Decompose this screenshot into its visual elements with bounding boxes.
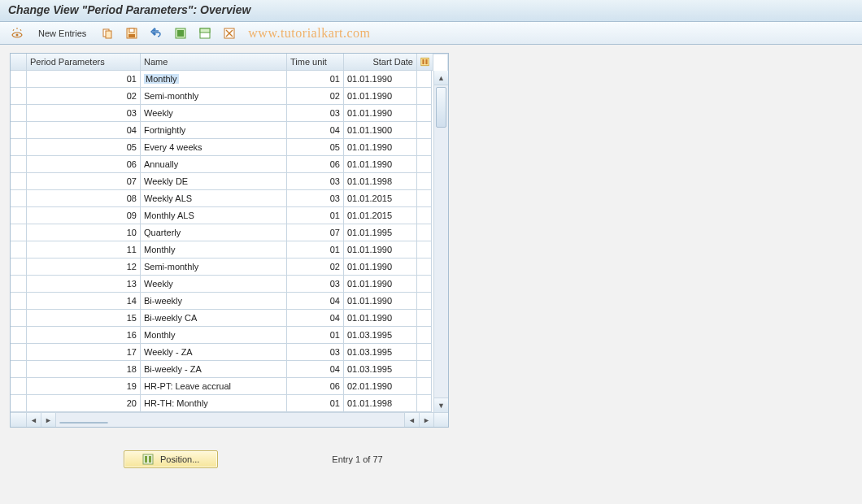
cell-param[interactable]: 10 <box>27 224 141 241</box>
cell-time-unit[interactable]: 04 <box>287 361 344 378</box>
cell-time-unit[interactable]: 03 <box>287 173 344 190</box>
cell-time-unit[interactable]: 01 <box>287 327 344 344</box>
cell-start-date[interactable]: 01.01.1990 <box>344 88 417 105</box>
cell-param[interactable]: 13 <box>27 276 141 293</box>
cell-start-date[interactable]: 01.01.1990 <box>344 71 417 88</box>
cell-start-date[interactable]: 01.01.1990 <box>344 241 417 259</box>
cell-param[interactable]: 11 <box>27 241 141 259</box>
cell-time-unit[interactable]: 06 <box>287 156 344 173</box>
row-selector[interactable] <box>11 105 27 122</box>
cell-param[interactable]: 20 <box>27 395 141 412</box>
cell-time-unit[interactable]: 01 <box>287 395 344 412</box>
cell-start-date[interactable]: 01.01.1990 <box>344 156 417 173</box>
cell-start-date[interactable]: 01.01.1998 <box>344 173 417 190</box>
row-selector[interactable] <box>11 327 27 344</box>
table-row[interactable]: 03Weekly0301.01.1990 <box>11 105 448 122</box>
table-row[interactable]: 17Weekly - ZA0301.03.1995 <box>11 344 448 361</box>
cell-time-unit[interactable]: 02 <box>287 259 344 276</box>
cell-start-date[interactable]: 01.03.1995 <box>344 361 417 378</box>
cell-time-unit[interactable]: 07 <box>287 224 344 241</box>
cell-start-date[interactable]: 01.01.1990 <box>344 139 417 156</box>
cell-param[interactable]: 17 <box>27 344 141 361</box>
cell-time-unit[interactable]: 05 <box>287 139 344 156</box>
cell-name[interactable]: Fortnightly <box>141 122 287 139</box>
horizontal-scrollbar[interactable]: ◄ ► ◄ ► <box>11 412 448 427</box>
cell-name[interactable]: Weekly <box>141 276 287 293</box>
scroll-left-icon[interactable]: ◄ <box>27 413 41 427</box>
row-selector[interactable] <box>11 88 27 105</box>
hscroll-thumb[interactable] <box>59 422 108 424</box>
new-entries-button[interactable]: New Entries <box>31 25 94 41</box>
table-row[interactable]: 13Weekly0301.01.1990 <box>11 276 448 293</box>
cell-time-unit[interactable]: 03 <box>287 190 344 207</box>
col-period-parameters[interactable]: Period Parameters <box>27 54 141 71</box>
cell-time-unit[interactable]: 03 <box>287 276 344 293</box>
col-start-date[interactable]: Start Date <box>344 54 417 71</box>
table-row[interactable]: 02Semi-monthly0201.01.1990 <box>11 88 448 105</box>
cell-start-date[interactable]: 01.03.1995 <box>344 344 417 361</box>
cell-start-date[interactable]: 02.01.1990 <box>344 378 417 395</box>
table-row[interactable]: 15Bi-weekly CA0401.01.1990 <box>11 310 448 327</box>
table-config-icon[interactable] <box>417 54 433 71</box>
cell-name[interactable]: Bi-weekly CA <box>141 310 287 327</box>
row-selector[interactable] <box>11 259 27 276</box>
cell-param[interactable]: 01 <box>27 71 141 88</box>
cell-time-unit[interactable]: 04 <box>287 293 344 310</box>
cell-param[interactable]: 19 <box>27 378 141 395</box>
cell-name[interactable]: Monthly <box>141 327 287 344</box>
cell-start-date[interactable]: 01.01.1990 <box>344 276 417 293</box>
cell-name[interactable]: Every 4 weeks <box>141 139 287 156</box>
select-block-icon[interactable] <box>194 25 216 41</box>
cell-start-date[interactable]: 01.01.2015 <box>344 207 417 224</box>
cell-name[interactable]: Semi-monthly <box>141 259 287 276</box>
table-row[interactable]: 11Monthly0101.01.1990 <box>11 241 448 259</box>
row-selector[interactable] <box>11 122 27 139</box>
row-selector[interactable] <box>11 293 27 310</box>
row-selector[interactable] <box>11 224 27 241</box>
cell-name[interactable]: HR-PT: Leave accrual <box>141 378 287 395</box>
table-row[interactable]: 16Monthly0101.03.1995 <box>11 327 448 344</box>
scroll-up-icon[interactable]: ▲ <box>434 71 448 85</box>
cell-time-unit[interactable]: 06 <box>287 378 344 395</box>
table-row[interactable]: 18Bi-weekly - ZA0401.03.1995 <box>11 361 448 378</box>
table-row[interactable]: 12Semi-monthly0201.01.1990 <box>11 259 448 276</box>
table-row[interactable]: 05Every 4 weeks0501.01.1990 <box>11 139 448 156</box>
cell-name[interactable]: Bi-weekly - ZA <box>141 361 287 378</box>
cell-param[interactable]: 08 <box>27 190 141 207</box>
table-row[interactable]: 14Bi-weekly0401.01.1990 <box>11 293 448 310</box>
save-icon[interactable] <box>121 25 142 41</box>
row-selector[interactable] <box>11 361 27 378</box>
cell-param[interactable]: 18 <box>27 361 141 378</box>
row-selector[interactable] <box>11 207 27 224</box>
cell-name[interactable]: Quarterly <box>141 224 287 241</box>
cell-start-date[interactable]: 01.01.1990 <box>344 310 417 327</box>
cell-name[interactable]: Monthly <box>141 241 287 259</box>
vertical-scrollbar[interactable]: ▲ ▼ <box>433 71 448 412</box>
scroll-down-icon[interactable]: ▼ <box>434 398 448 412</box>
cell-name[interactable]: Monthly ALS <box>141 207 287 224</box>
undo-icon[interactable] <box>146 25 167 41</box>
cell-name[interactable]: Annually <box>141 156 287 173</box>
cell-name[interactable]: Weekly - ZA <box>141 344 287 361</box>
table-row[interactable]: 19HR-PT: Leave accrual0602.01.1990 <box>11 378 448 395</box>
cell-start-date[interactable]: 01.01.1900 <box>344 122 417 139</box>
row-selector[interactable] <box>11 71 27 88</box>
row-selector[interactable] <box>11 276 27 293</box>
cell-name[interactable]: HR-TH: Monthly <box>141 395 287 412</box>
cell-param[interactable]: 12 <box>27 259 141 276</box>
cell-param[interactable]: 06 <box>27 156 141 173</box>
cell-param[interactable]: 04 <box>27 122 141 139</box>
cell-param[interactable]: 09 <box>27 207 141 224</box>
row-selector[interactable] <box>11 190 27 207</box>
cell-name[interactable]: Monthly <box>141 71 287 88</box>
cell-start-date[interactable]: 01.03.1995 <box>344 327 417 344</box>
cell-time-unit[interactable]: 01 <box>287 241 344 259</box>
cell-start-date[interactable]: 01.01.1990 <box>344 293 417 310</box>
cell-param[interactable]: 05 <box>27 139 141 156</box>
cell-time-unit[interactable]: 04 <box>287 310 344 327</box>
row-selector[interactable] <box>11 156 27 173</box>
cell-param[interactable]: 03 <box>27 105 141 122</box>
cell-time-unit[interactable]: 01 <box>287 207 344 224</box>
row-selector-header[interactable] <box>11 54 27 71</box>
position-button[interactable]: Position... <box>124 450 218 468</box>
